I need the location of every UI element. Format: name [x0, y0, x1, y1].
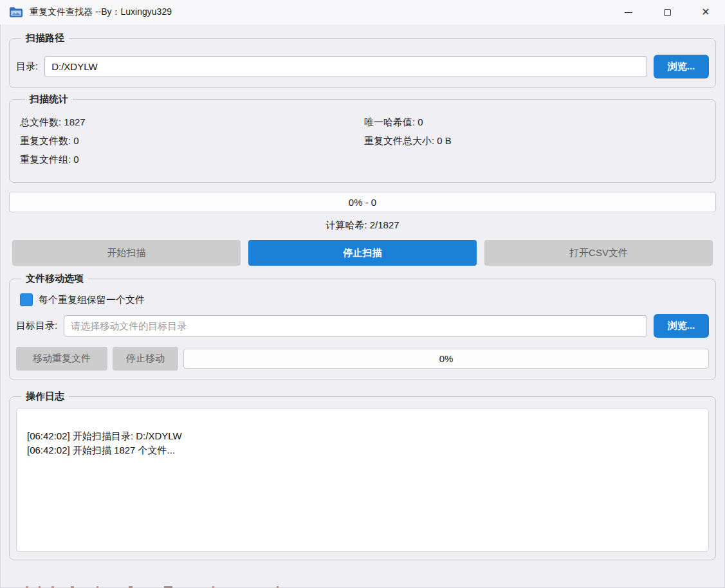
- stop-move-button[interactable]: 停止移动: [113, 347, 178, 371]
- main-content: 扫描路径 目录: 浏览... 扫描统计 总文件数: 1827 重复文件数: 0 …: [0, 24, 725, 560]
- minimize-icon: [625, 12, 632, 13]
- keep-one-checkbox[interactable]: [20, 293, 33, 306]
- scan-path-legend: 扫描路径: [21, 32, 69, 44]
- stat-dup-groups: 重复文件组: 0: [20, 154, 364, 166]
- scan-progressbar: 0% - 0: [9, 192, 716, 212]
- maximize-icon: [664, 9, 671, 16]
- move-options-legend: 文件移动选项: [21, 273, 88, 285]
- dir-label: 目录:: [16, 60, 38, 73]
- titlebar: 重复文件查找器 --By：Luxingyu329 ✕: [0, 0, 725, 24]
- scan-stats-group: 扫描统计 总文件数: 1827 重复文件数: 0 重复文件组: 0 唯一哈希值:…: [9, 93, 716, 183]
- move-progressbar: 0%: [183, 349, 709, 369]
- target-dir-label: 目标目录:: [16, 320, 57, 332]
- stop-scan-button[interactable]: 停止扫描: [248, 240, 477, 266]
- hash-status-text: 计算哈希: 2/1827: [9, 219, 716, 232]
- app-window: 重复文件查找器 --By：Luxingyu329 ✕ 扫描路径 目录: 浏览..…: [0, 0, 725, 588]
- stat-unique-hashes: 唯一哈希值: 0: [364, 116, 709, 129]
- move-progress-text: 0%: [439, 353, 454, 364]
- log-textarea[interactable]: [06:42:02] 开始扫描目录: D:/XDYLW [06:42:02] 开…: [16, 408, 709, 552]
- scan-stats-legend: 扫描统计: [25, 93, 73, 106]
- minimize-button[interactable]: [609, 0, 648, 24]
- close-icon: ✕: [701, 7, 710, 17]
- log-line: [06:42:02] 开始扫描 1827 个文件...: [27, 443, 699, 457]
- open-csv-button[interactable]: 打开CSV文件: [484, 240, 713, 266]
- scan-path-group: 扫描路径 目录: 浏览...: [9, 32, 716, 88]
- move-duplicates-button[interactable]: 移动重复文件: [16, 347, 107, 371]
- scan-browse-button[interactable]: 浏览...: [654, 55, 709, 78]
- target-browse-button[interactable]: 浏览...: [654, 314, 709, 338]
- close-button[interactable]: ✕: [686, 0, 725, 24]
- maximize-button[interactable]: [648, 0, 686, 24]
- app-folder-icon: [9, 6, 23, 18]
- stat-dup-files: 重复文件数: 0: [20, 135, 364, 147]
- keep-one-label: 每个重复组保留一个文件: [39, 294, 145, 306]
- scan-dir-input[interactable]: [44, 56, 647, 77]
- scan-progress-text: 0% - 0: [349, 197, 376, 208]
- stat-total-files: 总文件数: 1827: [20, 116, 364, 129]
- stat-dup-total-size: 重复文件总大小: 0 B: [364, 135, 709, 147]
- log-group: 操作日志 [06:42:02] 开始扫描目录: D:/XDYLW [06:42:…: [9, 390, 716, 560]
- window-title: 重复文件查找器 --By：Luxingyu329: [30, 6, 172, 18]
- log-line: [06:42:02] 开始扫描目录: D:/XDYLW: [27, 429, 699, 443]
- log-legend: 操作日志: [21, 390, 69, 403]
- start-scan-button[interactable]: 开始扫描: [12, 240, 241, 266]
- target-dir-input[interactable]: [64, 315, 647, 336]
- move-options-group: 文件移动选项 每个重复组保留一个文件 目标目录: 浏览... 移动重复文件 停止…: [9, 273, 716, 380]
